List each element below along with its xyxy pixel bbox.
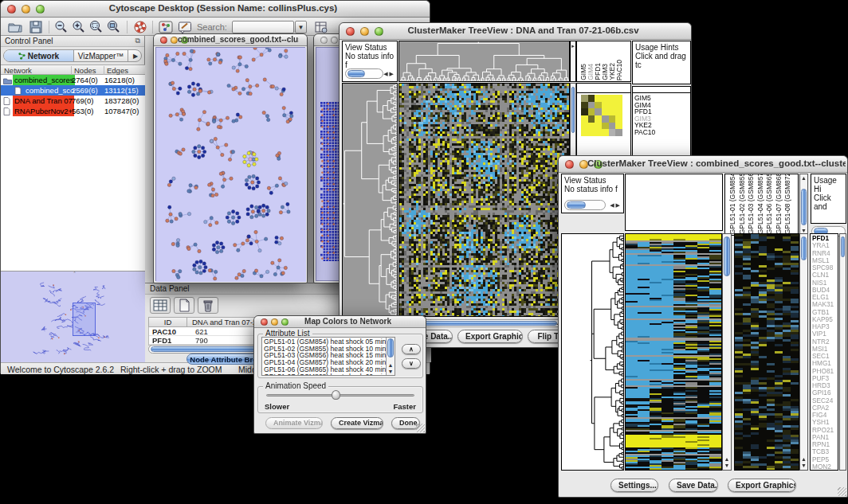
tv1-row-dendrogram-canvas[interactable] [343, 84, 397, 316]
tv1-row-dendrogram[interactable] [342, 83, 398, 317]
tv1-column-label[interactable]: PAC10 [616, 60, 623, 80]
zoom-fit-icon[interactable] [106, 20, 122, 34]
matrix-cell[interactable] [581, 129, 588, 136]
scrollbar-thumb[interactable] [387, 338, 394, 357]
network-name[interactable]: RNAPuberNov2+ [13, 106, 74, 116]
network-name[interactable]: combined_sco [24, 85, 76, 96]
scrollbar-thumb[interactable] [724, 236, 730, 276]
treeview1-titlebar[interactable]: ClusterMaker TreeView : DNA and Tran 07-… [340, 23, 691, 40]
speed-slider-thumb[interactable] [332, 390, 340, 400]
matrix-cell[interactable] [615, 115, 622, 123]
matrix-cell[interactable] [581, 95, 588, 102]
listbox-vscrollbar[interactable]: ▲ ▼ [386, 338, 395, 375]
tv2-column-label[interactable]: GPL51-06 (GSM865) [766, 174, 773, 234]
network1-canvas-area[interactable] [155, 47, 305, 281]
tab-network[interactable]: Network [4, 50, 74, 61]
matrix-cell[interactable] [609, 95, 616, 102]
scroll-down-icon[interactable]: ▼ [387, 369, 395, 375]
zoom-out-icon[interactable] [53, 20, 69, 34]
matrix-cell[interactable] [609, 115, 616, 123]
close-button[interactable] [320, 37, 328, 44]
move-down-button[interactable]: ∨ [402, 358, 421, 369]
tv2-column-dendrogram[interactable] [625, 174, 723, 231]
tv1-column-dendrogram-canvas[interactable] [399, 41, 569, 81]
network-tree-row[interactable]: RNAPuberNov2+563(0)107847(0) [1, 106, 145, 116]
tv2-settings-button[interactable]: Settings... [610, 479, 658, 492]
tv2-row-dendrogram[interactable] [561, 233, 624, 471]
network-tree-row[interactable]: combined_sco2569(6)13112(15) [1, 85, 145, 96]
matrix-cell[interactable] [588, 95, 595, 102]
matrix-cell[interactable] [602, 108, 609, 115]
matrix-cell[interactable] [588, 115, 595, 123]
tv1-heatmap[interactable] [398, 83, 570, 317]
tv2-zoom-heatmap-canvas[interactable] [735, 234, 799, 470]
matrix-cell[interactable] [609, 123, 616, 130]
tv2-labels-vscrollbar[interactable]: ▲ ▼ [799, 174, 808, 236]
scrollbar-thumb[interactable] [567, 201, 586, 209]
annotation-icon[interactable] [177, 20, 193, 34]
resize-grip-icon[interactable] [838, 487, 846, 496]
close-button[interactable] [565, 160, 574, 169]
tv2-column-label[interactable]: GPL51-02 (GSM855) [739, 174, 746, 234]
tv1-zoom-matrix[interactable] [581, 95, 622, 136]
scroll-up-icon[interactable]: ▲ [800, 175, 807, 182]
scrollbar-thumb[interactable] [571, 87, 575, 133]
matrix-cell[interactable] [615, 95, 622, 102]
column-header-edges[interactable]: Edges [104, 66, 128, 75]
tv2-gene-label[interactable]: MON2 [812, 463, 834, 471]
matrix-cell[interactable] [602, 102, 609, 109]
scrollbar-thumb[interactable] [841, 236, 845, 257]
tv2-status-hscrollbar[interactable] [564, 200, 606, 210]
close-button[interactable] [7, 5, 16, 14]
matrix-cell[interactable] [609, 129, 616, 136]
zoom-in-icon[interactable] [71, 20, 87, 34]
matrix-cell[interactable] [609, 108, 616, 115]
main-titlebar[interactable]: Cytoscape Desktop (Session Name: collins… [1, 1, 430, 18]
scrollbar-thumb[interactable] [801, 236, 807, 260]
matrix-cell[interactable] [588, 129, 595, 136]
tv2-column-label[interactable]: GPL51-01 (GSM854) [729, 174, 736, 234]
scroll-down-icon[interactable]: ▼ [723, 463, 731, 469]
tv2-column-label[interactable]: GPL51-07 (GSM868) [775, 174, 783, 234]
column-header-id[interactable]: ID [149, 318, 187, 326]
scroll-down-icon[interactable]: ▼ [800, 463, 807, 469]
matrix-cell[interactable] [595, 115, 602, 123]
birdseye-viewport-rect[interactable] [73, 303, 96, 336]
search-dropdown-arrow-icon[interactable]: ▼ [295, 21, 307, 33]
matrix-cell[interactable] [602, 95, 609, 102]
column-header-nodes[interactable]: Nodes [71, 66, 96, 75]
attribute-listbox[interactable]: GPL51-01 (GSM854) heat shock 05 minGPL51… [261, 337, 395, 376]
scroll-up-icon[interactable]: ▲ [723, 456, 731, 463]
tv2-row-dendrogram-canvas[interactable] [562, 234, 623, 470]
tv1-heatmap-canvas[interactable] [399, 84, 569, 316]
matrix-cell[interactable] [602, 115, 609, 123]
matrix-cell[interactable] [595, 129, 602, 136]
scroll-arrows-icon[interactable]: ◀▶ [383, 71, 395, 77]
minimize-button[interactable] [331, 37, 338, 44]
tv1-column-dendrogram[interactable] [398, 41, 570, 82]
help-lifesaver-icon[interactable] [132, 20, 148, 34]
matrix-cell[interactable] [581, 123, 588, 130]
animate-vizmap-button[interactable]: Animate Vizmap [265, 417, 323, 429]
scroll-arrows-icon[interactable]: ◀▶ [610, 202, 622, 209]
network-name[interactable]: DNA and Tran 07 [13, 96, 74, 106]
move-up-button[interactable]: ∧ [402, 344, 421, 354]
matrix-cell[interactable] [581, 102, 588, 109]
column-header-network[interactable]: Network [4, 66, 32, 75]
float-panel-icon[interactable]: ⧉ [135, 37, 140, 45]
matrix-cell[interactable] [595, 108, 602, 115]
minimize-button[interactable] [271, 318, 278, 326]
tv2-column-label[interactable]: GPL51-08 (GSM872) [784, 174, 791, 234]
matrix-cell[interactable] [602, 129, 609, 136]
speed-slider-track[interactable] [266, 394, 414, 397]
matrix-cell[interactable] [588, 108, 595, 115]
network1-titlebar[interactable]: combined_scores_good.txt--cluste... [154, 34, 307, 46]
search-input[interactable] [232, 21, 294, 33]
close-button[interactable] [160, 37, 167, 44]
save-icon[interactable] [28, 20, 44, 34]
tv1-gene-label[interactable]: PAC10 [634, 129, 655, 136]
vizmapper-nodes-icon[interactable] [158, 20, 174, 34]
matrix-cell[interactable] [581, 115, 588, 123]
zoom-selected-icon[interactable] [88, 20, 104, 34]
tv2-heatmap-canvas[interactable] [626, 234, 721, 470]
